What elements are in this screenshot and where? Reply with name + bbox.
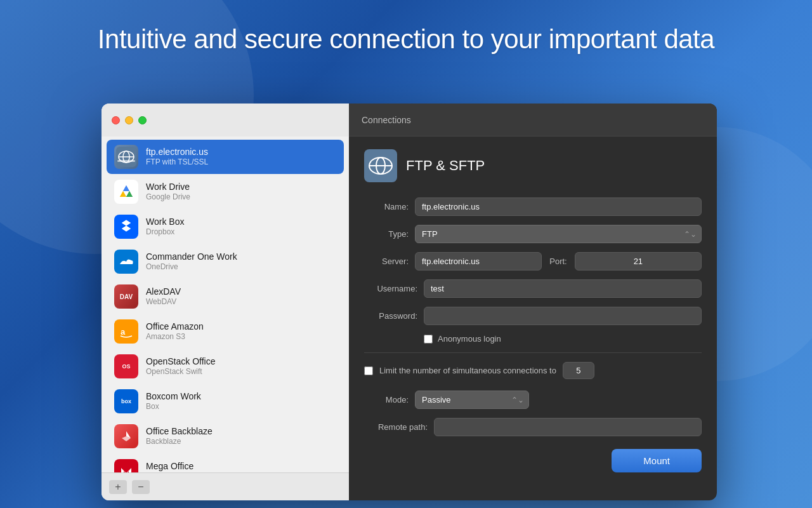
box-icon: box: [114, 389, 138, 413]
name-row: Name:: [364, 197, 702, 216]
onedrive-icon: [114, 250, 138, 274]
connection-header: FTP & SFTP: [364, 149, 702, 182]
password-input[interactable]: [424, 307, 702, 325]
work-box-name: Work Box: [146, 216, 184, 227]
limit-connections-checkbox[interactable]: [364, 366, 373, 375]
mega-name: Mega Office: [146, 460, 193, 472]
svg-marker-9: [120, 191, 126, 197]
mode-label: Mode:: [364, 395, 409, 404]
password-label: Password:: [364, 311, 417, 321]
password-row: Password:: [364, 307, 702, 325]
remote-path-label: Remote path:: [364, 422, 428, 432]
limit-connections-input[interactable]: [563, 362, 594, 379]
type-label: Type:: [364, 229, 409, 239]
sidebar-item-mega[interactable]: Mega Office Mega: [107, 454, 344, 472]
work-box-sub: Dropbox: [146, 227, 184, 237]
svg-rect-4: [117, 160, 135, 162]
backblaze-icon: [114, 424, 138, 448]
close-button[interactable]: [112, 116, 120, 124]
fullscreen-button[interactable]: [138, 116, 147, 124]
page-headline: Intuitive and secure connection to your …: [0, 0, 812, 74]
alexdav-text: AlexDAV WebDAV: [146, 286, 181, 307]
limit-connections-row: Limit the number of simultaneous connect…: [364, 362, 702, 379]
office-amazon-sub: Amazon S3: [146, 332, 204, 342]
titlebar: [102, 104, 349, 137]
boxcom-sub: Box: [146, 402, 201, 412]
port-label: Port:: [549, 257, 566, 266]
boxcom-name: Boxcom Work: [146, 391, 201, 402]
minimize-button[interactable]: [125, 116, 133, 124]
mount-button[interactable]: Mount: [612, 449, 702, 472]
remote-path-row: Remote path:: [364, 418, 702, 436]
app-window: ftp.electronic.us FTP with TSL/SSL: [102, 104, 717, 500]
name-label: Name:: [364, 202, 409, 211]
boxcom-text: Boxcom Work Box: [146, 391, 201, 412]
sidebar-item-commander-one[interactable]: Commander One Work OneDrive: [107, 244, 344, 279]
googledrive-icon: [114, 180, 138, 204]
connections-content: FTP & SFTP Name: Type: FTP SFTP FTPS ⌃⌄: [349, 137, 717, 500]
backblaze-text: Office Backblaze Backblaze: [146, 425, 213, 447]
type-row: Type: FTP SFTP FTPS ⌃⌄: [364, 225, 702, 243]
connections-titlebar: Connections: [349, 104, 717, 137]
connection-panel-name: FTP & SFTP: [406, 157, 485, 174]
sidebar-list: ftp.electronic.us FTP with TSL/SSL: [102, 137, 349, 472]
backblaze-sub: Backblaze: [146, 437, 213, 447]
work-drive-name: Work Drive: [146, 181, 190, 192]
svg-marker-11: [126, 191, 133, 197]
anon-login-row: Anonymous login: [424, 334, 702, 344]
type-select-wrapper: FTP SFTP FTPS ⌃⌄: [415, 225, 702, 243]
username-label: Username:: [364, 284, 417, 293]
add-connection-button[interactable]: +: [109, 480, 127, 494]
commander-one-name: Commander One Work: [146, 251, 237, 262]
divider: [364, 352, 702, 353]
sidebar-item-openstack[interactable]: OS OpenStack Office OpenStack Swift: [107, 349, 344, 384]
anon-login-checkbox[interactable]: [424, 335, 433, 344]
connections-panel-title: Connections: [362, 115, 411, 125]
dropbox-icon: [114, 215, 138, 239]
name-input[interactable]: [415, 197, 702, 216]
sidebar-item-office-amazon[interactable]: a Office Amazon Amazon S3: [107, 314, 344, 349]
mode-select[interactable]: Passive Active: [415, 391, 529, 409]
work-drive-text: Work Drive Google Drive: [146, 181, 190, 203]
connections-panel: Connections FTP & SFTP Name:: [349, 104, 717, 500]
mega-text: Mega Office Mega: [146, 460, 193, 472]
port-input[interactable]: [575, 252, 702, 271]
work-box-text: Work Box Dropbox: [146, 216, 184, 237]
work-drive-sub: Google Drive: [146, 192, 190, 203]
commander-one-text: Commander One Work OneDrive: [146, 251, 237, 272]
type-select[interactable]: FTP SFTP FTPS: [415, 225, 702, 243]
server-port-group: Port:: [415, 252, 702, 271]
username-input[interactable]: [424, 279, 702, 298]
remote-path-input[interactable]: [434, 418, 702, 436]
alexdav-name: AlexDAV: [146, 286, 181, 297]
anon-login-label: Anonymous login: [438, 334, 501, 344]
openstack-text: OpenStack Office OpenStack Swift: [146, 356, 215, 377]
server-input[interactable]: [415, 252, 542, 271]
svg-marker-10: [123, 185, 129, 191]
webdav-icon: DAV: [114, 284, 138, 309]
mega-icon: [114, 459, 138, 472]
username-row: Username:: [364, 279, 702, 298]
sidebar-item-boxcom[interactable]: box Boxcom Work Box: [107, 384, 344, 418]
openstack-name: OpenStack Office: [146, 356, 215, 367]
ftp-electronic-text: ftp.electronic.us FTP with TSL/SSL: [146, 146, 208, 168]
svg-text:a: a: [121, 327, 126, 337]
remove-connection-button[interactable]: −: [132, 480, 150, 494]
sidebar-item-alexdav[interactable]: DAV AlexDAV WebDAV: [107, 279, 344, 314]
backblaze-name: Office Backblaze: [146, 425, 213, 437]
server-label: Server:: [364, 257, 409, 266]
connection-type-icon: [364, 149, 397, 182]
ftp-icon: [114, 145, 138, 169]
sidebar-item-backblaze[interactable]: Office Backblaze Backblaze: [107, 419, 344, 453]
server-row: Server: Port:: [364, 252, 702, 271]
sidebar-item-ftp-electronic[interactable]: ftp.electronic.us FTP with TSL/SSL: [107, 140, 344, 174]
openstack-sub: OpenStack Swift: [146, 367, 215, 377]
openstack-icon: OS: [114, 354, 138, 378]
mode-row: Mode: Passive Active ⌃⌄: [364, 391, 702, 409]
sidebar-item-work-drive[interactable]: Work Drive Google Drive: [107, 175, 344, 209]
commander-one-sub: OneDrive: [146, 262, 237, 272]
ftp-electronic-sub: FTP with TSL/SSL: [146, 157, 208, 168]
alexdav-sub: WebDAV: [146, 297, 181, 307]
sidebar-item-work-box[interactable]: Work Box Dropbox: [107, 210, 344, 244]
office-amazon-name: Office Amazon: [146, 321, 204, 332]
